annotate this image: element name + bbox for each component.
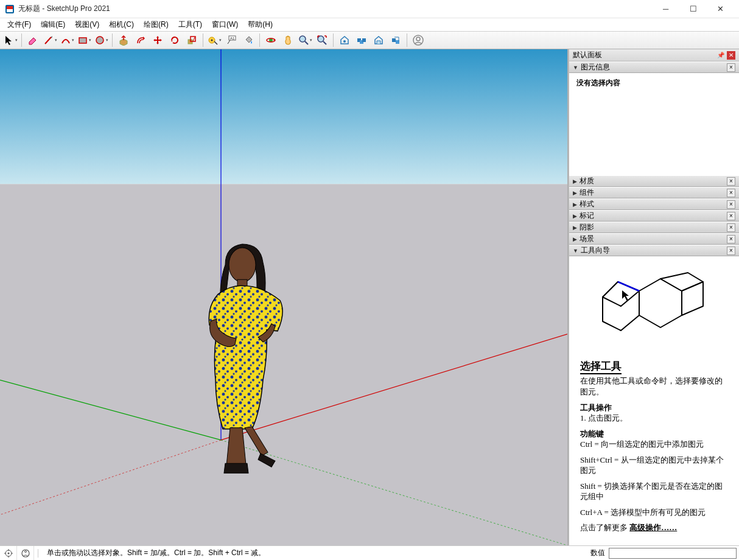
status-bar: 单击或拖动以选择对象。Shift = 加/减。Ctrl = 加。Shift + … [0,545,739,560]
zoom-extents-tool-button[interactable] [314,32,330,48]
default-tray: 默认面板 📌 ✕ ▼ 图元信息 × 没有选择内容 ▶材质× ▶组件× ▶样式× … [569,49,739,545]
circle-tool-button[interactable]: ▾ [93,32,109,48]
panel-tags-header[interactable]: ▶标记× [569,210,739,222]
tray-close-button[interactable]: ✕ [727,51,735,60]
offset-tool-button[interactable] [133,32,149,48]
svg-point-11 [269,38,273,42]
select-tool-button[interactable]: ▾ [2,32,18,48]
svg-rect-19 [392,38,396,42]
svg-point-15 [343,40,346,43]
title-bar: 无标题 - SketchUp Pro 2021 ─ ☐ ✕ [0,0,739,18]
svg-rect-27 [0,49,567,184]
svg-point-14 [318,36,324,42]
menu-camera[interactable]: 相机(C) [104,18,139,31]
warehouse-button-2[interactable] [354,32,370,48]
eraser-tool-button[interactable] [25,32,41,48]
instructor-mod-heading: 功能键 [580,429,728,439]
text-tool-button[interactable]: A1 [223,32,239,48]
panel-components-header[interactable]: ▶组件× [569,187,739,198]
app-icon [5,4,15,14]
svg-point-4 [96,37,103,44]
panel-entity-info-body: 没有选择内容 [569,73,739,175]
svg-rect-28 [0,184,567,545]
panel-close-button[interactable]: × [727,63,735,72]
close-button[interactable]: ✕ [707,0,734,18]
panel-materials-header[interactable]: ▶材质× [569,175,739,187]
svg-rect-2 [7,6,13,9]
no-selection-text: 没有选择内容 [576,78,732,88]
instructor-mod-1: Ctrl = 向一组选定的图元中添加图元 [580,439,728,450]
extension-warehouse-button[interactable] [371,32,387,48]
panel-close-button[interactable]: × [727,212,735,220]
svg-text:A1: A1 [230,37,235,40]
instructor-mod-2: Shift+Ctrl = 从一组选定的图元中去掉某个图元 [580,455,728,476]
paint-bucket-tool-button[interactable] [240,32,256,48]
rectangle-tool-button[interactable]: ▾ [76,32,92,48]
panel-label: 图元信息 [581,62,727,72]
toolbar: ▾ ▾ ▾ ▾ ▾ ▾ A1 ▾ [0,31,739,49]
menu-window[interactable]: 窗口(W) [207,18,243,31]
instructor-illustration [569,256,739,356]
window-title: 无标题 - SketchUp Pro 2021 [18,4,652,14]
menu-edit[interactable]: 编辑(E) [36,18,70,31]
instructor-mod-4: Ctrl+A = 选择模型中所有可见的图元 [580,507,728,518]
svg-point-22 [416,37,420,41]
warehouse-button-1[interactable] [337,32,352,48]
pushpull-tool-button[interactable] [116,32,131,48]
layout-button[interactable] [388,32,404,48]
instructor-op-1: 1. 点击图元。 [580,413,728,424]
panel-instructor-header[interactable]: ▼工具向导× [569,245,739,256]
arc-tool-button[interactable]: ▾ [59,32,75,48]
svg-point-8 [211,40,212,41]
vcb-input[interactable] [609,548,737,559]
menu-tools[interactable]: 工具(T) [173,18,207,31]
zoom-tool-button[interactable]: ▾ [297,32,313,48]
instructor-title: 选择工具 [580,360,622,375]
panel-scenes-header[interactable]: ▶场景× [569,233,739,245]
panel-close-button[interactable]: × [727,247,735,255]
geolocation-button[interactable] [0,546,17,561]
menu-bar: 文件(F) 编辑(E) 视图(V) 相机(C) 绘图(R) 工具(T) 窗口(W… [0,18,739,31]
panel-close-button[interactable]: × [727,177,735,186]
collapse-arrow-icon: ▼ [573,65,578,71]
svg-point-37 [7,552,9,554]
svg-point-13 [299,36,306,42]
vcb-label: 数值 [587,548,609,558]
instructor-desc: 在使用其他工具或命令时，选择要修改的图元。 [580,376,728,397]
panel-entity-info-header[interactable]: ▼ 图元信息 × [569,61,739,73]
svg-rect-18 [362,38,366,42]
tape-measure-tool-button[interactable]: ▾ [206,32,222,48]
instructor-op-heading: 工具操作 [580,402,728,413]
maximize-button[interactable]: ☐ [679,0,707,18]
menu-file[interactable]: 文件(F) [2,18,36,31]
move-tool-button[interactable] [150,32,166,48]
instructor-advanced-link[interactable]: 高级操作…… [629,523,677,532]
credits-button[interactable] [17,546,34,561]
panel-shadows-header[interactable]: ▶阴影× [569,222,739,233]
panel-close-button[interactable]: × [727,200,735,209]
tray-title: 默认面板 [573,50,602,60]
minimize-button[interactable]: ─ [652,0,679,18]
panel-styles-header[interactable]: ▶样式× [569,198,739,210]
rotate-tool-button[interactable] [167,32,183,48]
orbit-tool-button[interactable] [263,32,279,48]
svg-point-43 [24,550,26,552]
viewport-3d[interactable] [0,49,569,545]
panel-close-button[interactable]: × [727,235,735,243]
instructor-mod-3: Shift = 切换选择某个图元是否在选定的图元组中 [580,481,728,502]
scale-tool-button[interactable] [184,32,200,48]
menu-help[interactable]: 帮助(H) [243,18,278,31]
menu-view[interactable]: 视图(V) [70,18,104,31]
svg-rect-3 [79,38,86,43]
user-profile-button[interactable] [410,32,426,48]
menu-draw[interactable]: 绘图(R) [139,18,173,31]
tray-header[interactable]: 默认面板 📌 ✕ [569,49,739,61]
status-hint: 单击或拖动以选择对象。Shift = 加/减。Ctrl = 加。Shift + … [42,548,587,558]
svg-point-34 [229,248,256,282]
panel-instructor-body: 选择工具 在使用其他工具或命令时，选择要修改的图元。 工具操作 1. 点击图元。… [569,256,739,545]
pan-tool-button[interactable] [280,32,296,48]
pin-icon[interactable]: 📌 [717,52,724,58]
panel-close-button[interactable]: × [727,223,735,232]
panel-close-button[interactable]: × [727,189,735,197]
line-tool-button[interactable]: ▾ [42,32,58,48]
